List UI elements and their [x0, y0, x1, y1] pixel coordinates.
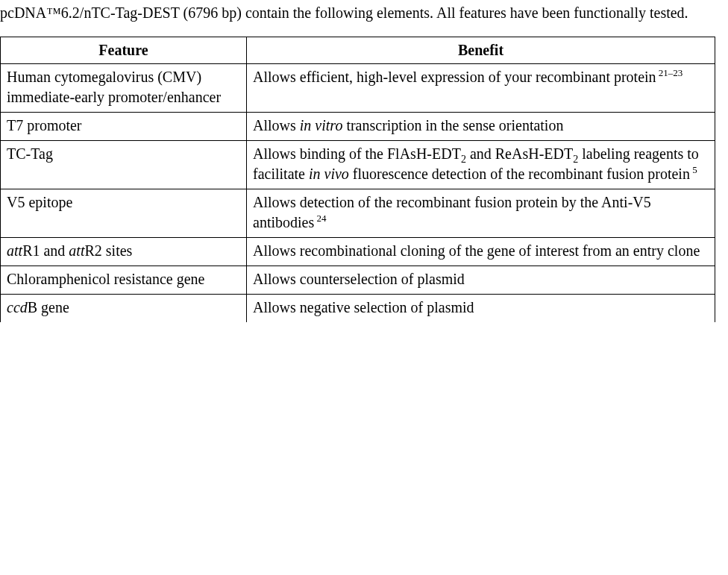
features-table: Feature Benefit Human cytomegalovirus (C… — [0, 37, 715, 322]
table-row: ccdB gene Allows negative selection of p… — [1, 295, 715, 323]
italic-text: in vitro — [300, 117, 343, 133]
ref-sup: 5 — [690, 164, 697, 175]
italic-text: in vivo — [309, 166, 349, 182]
benefit-cell: Allows counterselection of plasmid — [247, 266, 715, 295]
benefit-text: Allows efficient, high-level expression … — [253, 69, 656, 85]
feature-cell: ccdB gene — [1, 295, 247, 323]
feature-cell: attR1 and attR2 sites — [1, 238, 247, 266]
feature-cell: V5 epitope — [1, 189, 247, 238]
benefit-cell: Allows recombinational cloning of the ge… — [247, 238, 715, 266]
header-feature: Feature — [1, 37, 247, 64]
italic-text: ccd — [7, 299, 28, 315]
intro-text-post: 6.2/nTC-Tag-DEST (6796 bp) contain the f… — [61, 4, 456, 21]
intro-text-pre: pcDNA — [0, 4, 46, 21]
table-row: TC-Tag Allows binding of the FlAsH-EDT2 … — [1, 141, 715, 189]
italic-text: att — [7, 242, 22, 259]
benefit-cell: Allows negative selection of plasmid — [247, 295, 715, 323]
table-header-row: Feature Benefit — [1, 37, 715, 64]
subscript: 2 — [461, 154, 466, 165]
intro-text-line2: features have been functionally tested. — [459, 4, 688, 21]
table-row: Human cytomegalovirus (CMV) immediate-ea… — [1, 64, 715, 113]
table-row: attR1 and attR2 sites Allows recombinati… — [1, 238, 715, 266]
benefit-cell: Allows in vitro transcription in the sen… — [247, 113, 715, 141]
feature-cell: T7 promoter — [1, 113, 247, 141]
benefit-text: Allows detection of the recombinant fusi… — [253, 194, 651, 230]
benefit-text: Allows — [253, 117, 300, 133]
benefit-text: transcription in the sense orientation — [342, 117, 563, 133]
table-row: T7 promoter Allows in vitro transcriptio… — [1, 113, 715, 141]
feature-text: R1 and — [22, 242, 69, 259]
feature-cell: Human cytomegalovirus (CMV) immediate-ea… — [1, 64, 247, 113]
ref-sup: 21–23 — [656, 67, 683, 78]
intro-paragraph: pcDNA™6.2/nTC-Tag-DEST (6796 bp) contain… — [0, 3, 724, 23]
italic-text: att — [69, 242, 84, 259]
benefit-cell: Allows binding of the FlAsH-EDT2 and ReA… — [247, 141, 715, 189]
benefit-text: and ReAsH-EDT — [466, 145, 573, 162]
feature-cell: TC-Tag — [1, 141, 247, 189]
trademark-symbol: ™ — [46, 4, 61, 21]
benefit-text: fluorescence detection of the recombinan… — [349, 166, 690, 182]
table-row: Chloramphenicol resistance gene Allows c… — [1, 266, 715, 295]
benefit-cell: Allows detection of the recombinant fusi… — [247, 189, 715, 238]
benefit-text: Allows binding of the FlAsH-EDT — [253, 145, 461, 162]
feature-cell: Chloramphenicol resistance gene — [1, 266, 247, 295]
table-row: V5 epitope Allows detection of the recom… — [1, 189, 715, 238]
benefit-cell: Allows efficient, high-level expression … — [247, 64, 715, 113]
benefit-text: Allows recombinational cloning of the ge… — [253, 242, 700, 259]
header-benefit: Benefit — [247, 37, 715, 64]
feature-text: B gene — [28, 299, 69, 315]
ref-sup: 24 — [314, 213, 326, 224]
benefit-text: Allows counterselection of plasmid — [253, 271, 465, 287]
feature-text: R2 sites — [84, 242, 132, 259]
benefit-text: Allows negative selection of plasmid — [253, 299, 474, 315]
